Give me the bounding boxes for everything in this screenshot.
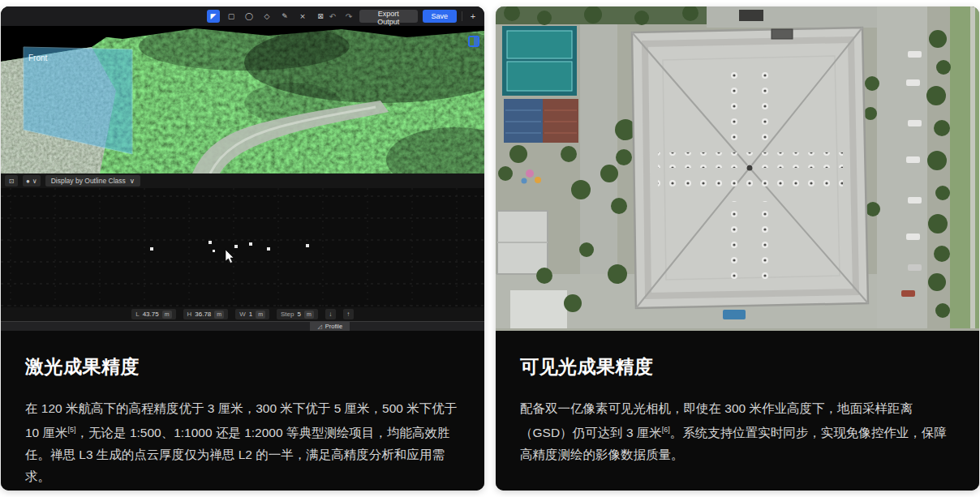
step-up-icon[interactable]: ↑ bbox=[343, 309, 354, 319]
profile-tab[interactable]: ◿ Profile bbox=[310, 322, 350, 331]
capture-icon[interactable]: ⊡ bbox=[5, 175, 18, 186]
toolbar-right-group: ↶ ↷ Export Output Save + bbox=[327, 10, 479, 23]
selection-plane-label: Front bbox=[28, 54, 48, 62]
feature-cards-section: ◤ ▢ ◯ ◇ ✎ × ⊠ ↶ ↷ Export Output Save + bbox=[0, 0, 980, 497]
field-unit: m bbox=[304, 311, 314, 319]
display-mode-dropdown[interactable]: Display by Outline Class ∨ bbox=[45, 175, 140, 186]
field-label: H bbox=[187, 311, 192, 318]
length-field[interactable]: L 43.75 m bbox=[131, 309, 175, 319]
visible-light-text-section: 可见光成果精度 配备双一亿像素可见光相机，即使在 300 米作业高度下，地面采样… bbox=[496, 331, 979, 491]
chevron-down-icon: ∨ bbox=[130, 177, 135, 185]
viewer-toolbar: ◤ ▢ ◯ ◇ ✎ × ⊠ ↶ ↷ Export Output Save + bbox=[1, 6, 484, 26]
forest-point-cloud-render: Front bbox=[1, 26, 484, 174]
point-size-icon: ● bbox=[26, 178, 30, 185]
aerial-building-render bbox=[496, 6, 979, 328]
bottom-tab-bar: ◿ Profile bbox=[1, 321, 484, 331]
footnote-6: [6] bbox=[662, 426, 670, 434]
basemap-toggle-icon[interactable] bbox=[468, 36, 479, 47]
display-options-bar: ⊡ ● ∨ Display by Outline Class ∨ bbox=[1, 174, 484, 188]
parked-cars bbox=[906, 51, 922, 271]
field-label: Step bbox=[281, 311, 294, 318]
profile-cross-section-view[interactable] bbox=[1, 188, 484, 307]
point-cloud-software-screenshot: ◤ ▢ ◯ ◇ ✎ × ⊠ ↶ ↷ Export Output Save + bbox=[1, 6, 484, 331]
field-value: 36.78 bbox=[195, 311, 211, 318]
measurement-toolbar: L 43.75 m H 36.78 m W 1 m Step 5 m bbox=[1, 307, 484, 321]
toolbar-divider bbox=[462, 11, 462, 21]
field-value: 1 bbox=[249, 311, 252, 318]
field-label: W bbox=[239, 311, 246, 318]
chevron-down-icon: ∨ bbox=[32, 178, 37, 185]
footnote-5: [5] bbox=[68, 426, 76, 434]
undo-icon[interactable]: ↶ bbox=[327, 11, 338, 22]
export-output-button[interactable]: Export Output bbox=[359, 10, 418, 23]
step-field[interactable]: Step 5 m bbox=[277, 309, 318, 319]
field-value: 5 bbox=[298, 311, 301, 318]
width-field[interactable]: W 1 m bbox=[235, 309, 269, 319]
point-cloud-3d-viewport[interactable]: Front bbox=[1, 26, 484, 174]
mouse-cursor-icon bbox=[226, 250, 234, 263]
box-select-tool-icon[interactable]: ⊠ bbox=[314, 10, 327, 23]
profile-tab-label: Profile bbox=[325, 323, 342, 330]
field-value: 43.75 bbox=[143, 311, 159, 318]
selection-tools-group: ◤ ▢ ◯ ◇ ✎ × ⊠ bbox=[207, 10, 327, 23]
save-button[interactable]: Save bbox=[423, 10, 458, 23]
profile-grid bbox=[1, 188, 484, 307]
add-icon[interactable]: + bbox=[467, 11, 479, 22]
profile-point-samples bbox=[150, 241, 309, 252]
polygon-select-tool-icon[interactable]: ◇ bbox=[260, 10, 273, 23]
circle-select-tool-icon[interactable]: ◯ bbox=[243, 10, 256, 23]
visible-light-accuracy-card: 可见光成果精度 配备双一亿像素可见光相机，即使在 300 米作业高度下，地面采样… bbox=[496, 6, 979, 491]
redo-icon[interactable]: ↷ bbox=[343, 11, 355, 22]
field-unit: m bbox=[214, 311, 224, 319]
lidar-text-section: 激光成果精度 在 120 米航高下的高程精度优于 3 厘米，300 米下优于 5… bbox=[1, 331, 484, 491]
step-down-icon[interactable]: ↓ bbox=[325, 309, 336, 319]
field-label: L bbox=[135, 311, 139, 318]
profile-chart-icon: ◿ bbox=[317, 323, 321, 330]
rect-select-tool-icon[interactable]: ▢ bbox=[225, 10, 238, 23]
height-field[interactable]: H 36.78 m bbox=[183, 309, 229, 319]
lidar-body: 在 120 米航高下的高程精度优于 3 厘米，300 米下优于 5 厘米，500… bbox=[25, 397, 460, 487]
select-tool-icon[interactable]: ◤ bbox=[207, 10, 220, 23]
lidar-heading: 激光成果精度 bbox=[25, 354, 460, 379]
visible-light-heading: 可见光成果精度 bbox=[520, 354, 955, 379]
field-unit: m bbox=[256, 311, 265, 319]
display-mode-label: Display by Outline Class bbox=[51, 177, 126, 185]
field-unit: m bbox=[162, 311, 172, 319]
pen-tool-icon[interactable]: ✎ bbox=[278, 10, 291, 23]
lidar-accuracy-card: ◤ ▢ ◯ ◇ ✎ × ⊠ ↶ ↷ Export Output Save + bbox=[1, 6, 484, 491]
aerial-orthophoto bbox=[496, 6, 979, 331]
visible-light-body: 配备双一亿像素可见光相机，即使在 300 米作业高度下，地面采样距离（GSD）仍… bbox=[520, 397, 955, 465]
clear-selection-tool-icon[interactable]: × bbox=[296, 10, 309, 23]
point-size-dropdown[interactable]: ● ∨ bbox=[23, 175, 41, 186]
